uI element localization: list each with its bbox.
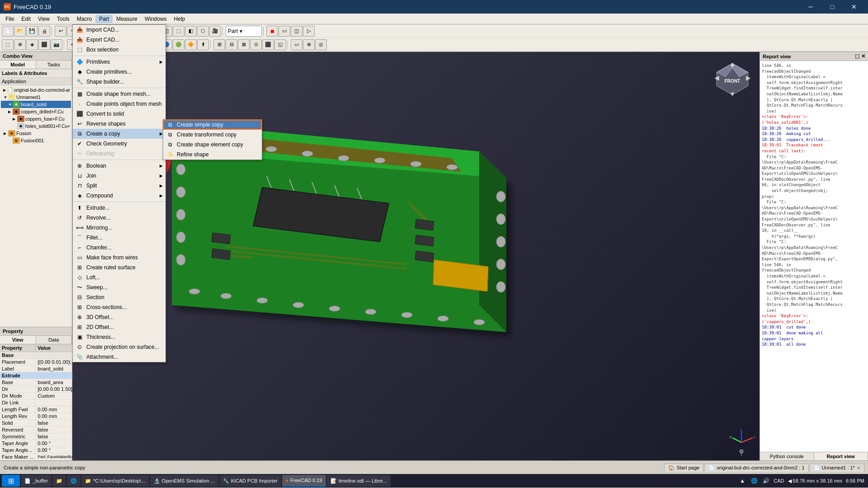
tb-save[interactable]: 💾 [26,26,38,37]
menu-mirroring[interactable]: ⟺ Mirroring... [73,223,165,233]
taskbar-item-libre[interactable]: 📝 timeline.odt — Libre... [327,475,391,487]
tb2-1[interactable]: ⬚ [2,39,14,50]
tab-close-unnamed[interactable]: ✕ [857,465,860,470]
tb-view-right[interactable]: ◧ [185,26,197,37]
tb-view-iso[interactable]: ⬡ [197,26,209,37]
menu-convert-to-solid[interactable]: ⬛ Convert to solid [73,109,165,119]
menu-measure[interactable]: Measure [113,15,141,23]
tree-item-original[interactable]: ▶ 📄 original-but-drc-corrected-ar [1,86,71,94]
menu-extrude[interactable]: ⬆ Extrude... [73,203,165,213]
status-tab-unnamed[interactable]: 📄 Unnamed1 : 1* ✕ [810,464,864,472]
taskbar-caret-icon[interactable]: ▲ [738,477,746,485]
viewport[interactable]: 6) FRONT ▼ ▲ ◀ ▶ X [72,52,760,460]
menu-check-geometry[interactable]: ✔ Check Geometry [73,139,165,149]
menu-help[interactable]: Help [170,15,189,23]
menu-join[interactable]: ⊔ Join [73,171,165,181]
menu-make-face[interactable]: ▭ Make face from wires [73,253,165,263]
report-close-icon[interactable]: ✕ [861,53,865,59]
menu-create-ruled[interactable]: ⊞ Create ruled surface [73,263,165,272]
menu-loft[interactable]: ◇ Loft... [73,272,165,282]
tb-print[interactable]: 🖨 [38,26,50,37]
submenu-refine-shape[interactable]: ✨ Refine shape [163,150,262,160]
tree-item-holes[interactable]: ■ holes_solid001+F.Cu+ [1,122,71,130]
status-tab-start[interactable]: 🏠 Start page [664,464,703,472]
tb-undo[interactable]: ↩ [55,26,66,37]
menu-compound[interactable]: ◈ Compound [73,191,165,201]
submenu-create-transformed-copy[interactable]: ⧉ Create transformed copy [163,130,262,140]
menu-boolean[interactable]: ⊕ Boolean [73,161,165,171]
tb2-21[interactable]: ⬛ [262,39,274,50]
tree-item-fusion[interactable]: ▶ ⊕ Fusion [1,130,71,137]
tb2-25[interactable]: ◎ [315,39,327,50]
report-content[interactable]: line 546, in freecadObjectChanged itemsW… [760,61,868,452]
tb2-18[interactable]: ⊟ [226,39,237,50]
taskbar-item-browser[interactable]: 🌐 [67,475,80,487]
menu-part[interactable]: Part [95,15,113,23]
prop-tab-data[interactable]: Data [36,336,72,344]
tb2-4[interactable]: ⬛ [38,39,50,50]
tb2-3[interactable]: ◈ [26,39,38,50]
menu-primitives[interactable]: 🔷 Primitives [73,57,165,67]
taskbar-item-desktop[interactable]: 📁 *C:\Users\rp\Desktop\... [81,475,149,487]
menu-create-shape-from-mesh[interactable]: ▦ Create shape from mesh... [73,89,165,99]
menu-chamfer[interactable]: ⌐ Chamfer... [73,243,165,253]
tb2-16[interactable]: ⬆ [197,39,209,50]
tree-item-coppers-fuse[interactable]: ▶ ■ coppers_fuse+F.Cu [1,115,71,122]
menu-windows[interactable]: Windows [141,15,170,23]
tab-tasks[interactable]: Tasks [36,61,72,69]
menu-revolve[interactable]: ↺ Revolve... [73,213,165,223]
tree-item-unnamed1[interactable]: ▼ 📁 Unnamed1 [1,94,71,101]
menu-reverse-shapes[interactable]: ↩ Reverse shapes [73,119,165,129]
taskbar-item-kicad[interactable]: 🔧 KiCAD PCB Importer [219,475,281,487]
tb-workbench-dropdown[interactable]: Part ▾ [226,26,262,37]
taskbar-network-icon[interactable]: 🌐 [750,477,758,485]
tb2-20[interactable]: ⊙ [250,39,262,50]
tb2-22[interactable]: ◱ [274,39,286,50]
tb-cam-nav[interactable]: 🎥 [209,26,221,37]
tb-open[interactable]: 📂 [14,26,26,37]
tb2-24[interactable]: ⊕ [303,39,315,50]
tb2-14[interactable]: 🟢 [173,39,184,50]
report-tab-python[interactable]: Python console [760,452,814,460]
menu-edit[interactable]: Edit [18,15,34,23]
tree-item-fusion001[interactable]: ⊕ Fusion001 [1,137,71,144]
tb2-17[interactable]: ⊞ [213,39,225,50]
menu-create-projection[interactable]: ⊙ Create projection on surface... [73,342,165,352]
taskbar-item-explorer[interactable]: 📁 [52,475,66,487]
menu-macro[interactable]: Macro [73,15,95,23]
tree-item-board-solid[interactable]: ▼ ■ board_solid [1,101,71,108]
start-button[interactable]: ⊞ [2,475,20,487]
tab-model[interactable]: Model [0,61,36,69]
tb-view-top[interactable]: ⬚ [173,26,184,37]
menu-create-points-from-mesh[interactable]: · Create points object from mesh [73,99,165,109]
tb2-2[interactable]: ⊕ [14,39,26,50]
maximize-button[interactable]: □ [822,0,843,14]
menu-tools[interactable]: Tools [53,15,73,23]
menu-2d-offset[interactable]: ⊞ 2D Offset... [73,322,165,332]
minimize-button[interactable]: ─ [800,0,821,14]
menu-box-selection[interactable]: ⬚ Box selection [73,45,165,55]
menu-import-cad[interactable]: 📥 Import CAD... [73,25,165,35]
menu-create-a-copy[interactable]: ⧉ Create a copy [73,129,165,139]
submenu-create-shape-element-copy[interactable]: ⧉ Create shape element copy [163,140,262,150]
tb-shape3[interactable]: ▷ [303,26,315,37]
submenu-create-simple-copy[interactable]: ⧉ Create simple copy [163,120,262,130]
status-tab-original[interactable]: 📄 original-but-drc-corrected-and-0mm2 : … [704,464,808,472]
menu-cross-sections[interactable]: ⊞ Cross-sections... [73,302,165,312]
taskbar-item-buffer[interactable]: 📄 _buffer [21,475,52,487]
tb2-5[interactable]: 📷 [51,39,62,50]
taskbar-item-freecad[interactable]: ● FreeCAD 0.19 [282,475,326,487]
nav-cube[interactable]: FRONT ▼ ▲ ◀ ▶ [714,61,750,97]
tb-shape2[interactable]: ◫ [291,26,302,37]
menu-view[interactable]: View [34,15,53,23]
menu-file[interactable]: File [2,15,18,23]
prop-tab-view[interactable]: View [0,336,36,344]
menu-shape-builder[interactable]: 🔧 Shape builder... [73,77,165,87]
tree-item-coppers[interactable]: ▶ ■ coppers_drilled+F.Cu [1,108,71,115]
report-expand-icon[interactable]: ⬚ [855,53,859,59]
tb2-23[interactable]: ▭ [291,39,302,50]
close-button[interactable]: ✕ [844,0,864,14]
tb2-19[interactable]: ⊠ [238,39,250,50]
menu-section[interactable]: ⊟ Section [73,292,165,302]
tb-stop[interactable]: ⏹ [266,26,278,37]
